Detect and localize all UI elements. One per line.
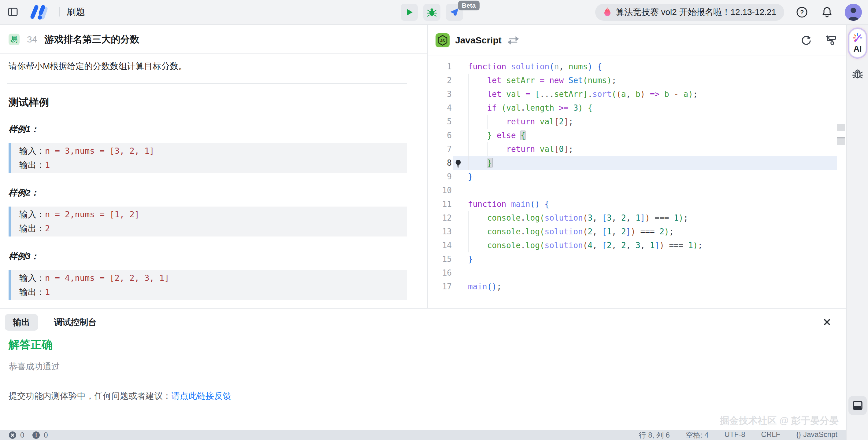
code-line[interactable]: 17main();: [428, 280, 846, 294]
submit-button[interactable]: Beta: [446, 4, 463, 21]
code-line[interactable]: 11function main() {: [428, 197, 846, 211]
help-icon: ?: [796, 6, 808, 18]
line-number: 15: [428, 252, 452, 266]
indentation[interactable]: 空格: 4: [686, 430, 709, 440]
result-status: 解答正确: [8, 337, 837, 352]
line-number: 16: [428, 266, 452, 280]
problem-id: 34: [27, 34, 37, 45]
editor-header: JS JavaScript: [428, 25, 846, 56]
code-line[interactable]: 15}: [428, 252, 846, 266]
user-silhouette-icon: [845, 4, 862, 21]
code-line[interactable]: 16: [428, 266, 846, 280]
feedback-link[interactable]: 请点此链接反馈: [171, 391, 231, 401]
code-line[interactable]: 3 let val = [...setArr].sort((a, b) => b…: [428, 88, 846, 101]
sample-row: 输入：n = 4,nums = [2, 2, 3, 1]: [19, 271, 399, 285]
line-number: 13: [428, 225, 452, 239]
tab-debug-console[interactable]: 调试控制台: [46, 314, 104, 331]
app-logo[interactable]: [27, 5, 53, 19]
warnings-icon[interactable]: !: [32, 431, 40, 439]
line-number: 14: [428, 239, 452, 252]
sample-row: 输入：n = 2,nums = [1, 2]: [19, 207, 399, 222]
format-code-button[interactable]: [824, 33, 839, 48]
overview-ruler-mark[interactable]: [837, 137, 845, 145]
code-line[interactable]: 14 console.log(solution(4, [2, 2, 3, 1])…: [428, 239, 846, 252]
contest-banner[interactable]: 算法竞技赛 vol2 开始报名啦！12.13-12.21: [595, 4, 784, 21]
app-window: 刷题 Beta: [0, 0, 868, 440]
code-line[interactable]: 5 return val[2];: [428, 115, 846, 129]
problem-title: 游戏排名第三大的分数: [44, 33, 139, 46]
ai-assistant-button[interactable]: AI: [849, 28, 866, 58]
language-mode[interactable]: {} JavaScript: [796, 430, 837, 440]
format-paint-icon: [825, 35, 837, 46]
contest-banner-text: 算法竞技赛 vol2 开始报名啦！12.13-12.21: [616, 6, 776, 18]
reset-code-button[interactable]: [799, 33, 813, 48]
svg-text:!: !: [35, 432, 37, 438]
line-number: 7: [428, 142, 452, 156]
switch-language-button[interactable]: [508, 36, 519, 45]
code-line[interactable]: 7 return val[0];: [428, 142, 846, 156]
code-line[interactable]: 6 } else {: [428, 129, 846, 142]
help-button[interactable]: ?: [795, 5, 809, 20]
line-number: 17: [428, 280, 452, 294]
close-icon: [822, 317, 832, 327]
overview-ruler-mark[interactable]: [837, 124, 845, 131]
lightbulb-icon[interactable]: [455, 159, 462, 172]
warnings-count[interactable]: 0: [44, 431, 48, 439]
sidebar-toggle-button[interactable]: [5, 5, 20, 19]
sample-row: 输出：1: [19, 158, 399, 172]
swap-arrows-icon: [508, 36, 519, 45]
run-button[interactable]: [401, 4, 418, 21]
page-title: 刷题: [67, 6, 85, 18]
ai-label: AI: [854, 44, 862, 54]
result-message: 恭喜成功通过: [8, 361, 837, 372]
ai-sparkle-icon: [852, 33, 863, 43]
line-number: 4: [428, 101, 452, 115]
code-line[interactable]: 10: [428, 183, 846, 197]
avatar[interactable]: [845, 4, 862, 21]
fire-icon: [603, 7, 612, 18]
text-cursor: [492, 158, 492, 167]
code-line[interactable]: 9}: [428, 170, 846, 183]
code-line[interactable]: 2 let setArr = new Set(nums);: [428, 74, 846, 88]
line-number: 5: [428, 115, 452, 129]
toggle-bottom-panel-button[interactable]: [848, 396, 867, 415]
line-number: 1: [428, 60, 452, 74]
debug-panel-button[interactable]: [851, 68, 864, 81]
errors-icon[interactable]: [8, 431, 17, 439]
language-label: JavaScript: [455, 35, 502, 45]
sample-label: 样例2：: [8, 187, 419, 199]
cursor-position[interactable]: 行 8, 列 6: [639, 430, 670, 440]
code-line[interactable]: 13 console.log(solution(2, [1, 2]) === 2…: [428, 225, 846, 239]
code-editor[interactable]: 1function solution(n, nums) {2 let setAr…: [428, 56, 846, 308]
sample-row: 输入：n = 3,nums = [3, 2, 1]: [19, 144, 399, 158]
sample-label: 样例1：: [8, 124, 419, 135]
output-panel: 输出 调试控制台 解答正确 恭喜成功通过 提交功能内测体验中，任何问题或者建议：…: [0, 309, 846, 430]
sample-block: 输入：n = 3,nums = [3, 2, 1]输出：1: [8, 143, 407, 173]
beta-badge: Beta: [458, 1, 479, 10]
scrollbar-gutter: [836, 88, 836, 308]
notifications-button[interactable]: [820, 5, 834, 20]
code-line[interactable]: 1function solution(n, nums) {: [428, 60, 846, 74]
code-line[interactable]: 4 if (val.length >= 3) {: [428, 101, 846, 115]
panel-left-icon: [7, 6, 18, 18]
javascript-logo-icon: JS: [436, 33, 450, 47]
samples-heading: 测试样例: [8, 96, 419, 109]
sample-row: 输出：2: [19, 222, 399, 236]
code-line[interactable]: 8 }: [428, 156, 846, 170]
panel-bottom-icon: [852, 400, 863, 411]
eol-sequence[interactable]: CRLF: [761, 430, 780, 440]
play-icon: [405, 8, 414, 17]
close-panel-button[interactable]: [822, 317, 832, 328]
encoding[interactable]: UTF-8: [724, 430, 745, 440]
sample-block: 输入：n = 2,nums = [1, 2]输出：2: [8, 207, 407, 237]
sample-block: 输入：n = 4,nums = [2, 2, 3, 1]输出：1: [8, 270, 407, 300]
tab-output[interactable]: 输出: [5, 314, 38, 331]
debug-button[interactable]: [423, 4, 440, 21]
refresh-icon: [800, 35, 812, 46]
line-number: 10: [428, 183, 452, 197]
errors-count[interactable]: 0: [20, 431, 24, 439]
code-line[interactable]: 12 console.log(solution(3, [3, 2, 1]) ==…: [428, 211, 846, 225]
divider: [59, 7, 60, 16]
problem-panel: 易 34 游戏排名第三大的分数 请你帮小M根据给定的分数数组计算目标分数。 测试…: [0, 25, 427, 308]
line-number: 11: [428, 197, 452, 211]
